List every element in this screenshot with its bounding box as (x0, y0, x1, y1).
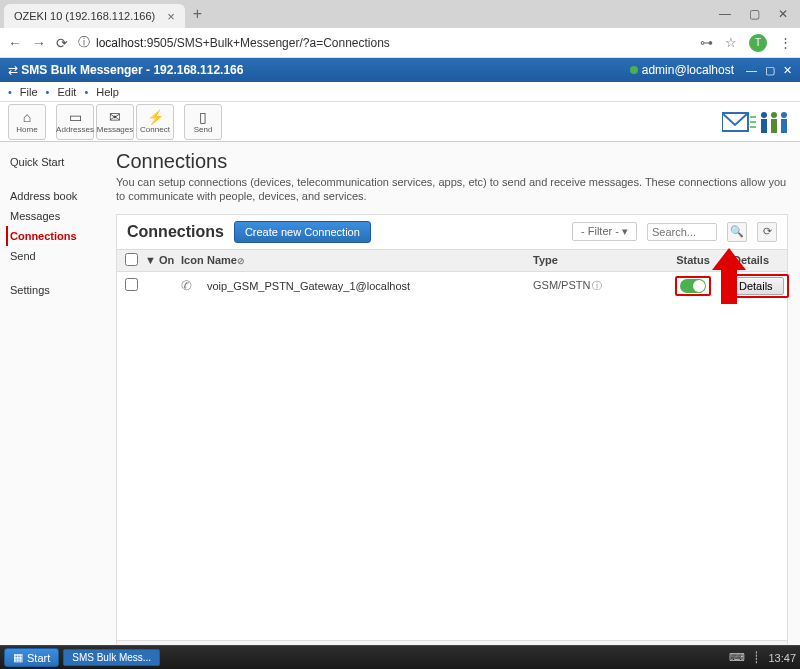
star-icon[interactable]: ☆ (725, 35, 737, 50)
app-maximize-icon[interactable]: ▢ (765, 64, 775, 77)
app-logo (722, 107, 792, 137)
sidebar-item-connections[interactable]: Connections (6, 226, 106, 246)
messages-icon: ✉ (109, 109, 121, 125)
connections-panel: Connections Create new Connection - Filt… (116, 214, 788, 645)
sidebar-item-send[interactable]: Send (6, 246, 106, 266)
new-tab-button[interactable]: + (193, 5, 202, 23)
sidebar-item-quickstart[interactable]: Quick Start (6, 152, 106, 172)
page-description: You can setup connections (devices, tele… (116, 175, 788, 204)
table-row[interactable]: ✆ voip_GSM_PSTN_Gateway_1@localhost GSM/… (117, 272, 787, 300)
reload-button[interactable]: ⟳ (56, 35, 68, 51)
info-icon: ⓘ (78, 34, 90, 51)
status-toggle[interactable] (680, 279, 706, 293)
send-button[interactable]: ▯Send (184, 104, 222, 140)
table-header: ▼ On Icon Name⊘ Type Status Details (117, 249, 787, 272)
taskbar-app-button[interactable]: SMS Bulk Mess... (63, 649, 160, 666)
close-tab-icon[interactable]: × (167, 9, 175, 24)
window-close-icon[interactable]: ✕ (778, 7, 788, 21)
start-icon: ▦ (13, 651, 23, 664)
connect-icon: ⚡ (147, 109, 164, 125)
app-header: ⇄ SMS Bulk Messenger - 192.168.112.166 a… (0, 58, 800, 82)
col-name[interactable]: Name⊘ (207, 254, 533, 266)
window-minimize-icon[interactable]: — (719, 7, 731, 21)
search-icon[interactable]: 🔍 (727, 222, 747, 242)
svg-point-5 (781, 112, 787, 118)
user-indicator[interactable]: admin@localhost (630, 63, 734, 77)
svg-point-3 (771, 112, 777, 118)
taskbar: ▦Start SMS Bulk Mess... ⌨ ┊ 13:47 (0, 645, 800, 669)
col-icon[interactable]: Icon (181, 254, 207, 266)
col-on[interactable]: On (159, 254, 181, 266)
user-label: admin@localhost (642, 63, 734, 77)
help-icon[interactable]: ⓘ (592, 280, 602, 291)
tray-keyboard-icon[interactable]: ⌨ (729, 651, 745, 664)
svg-point-1 (761, 112, 767, 118)
back-button[interactable]: ← (8, 35, 22, 51)
app-icon: ⇄ (8, 63, 18, 77)
window-maximize-icon[interactable]: ▢ (749, 7, 760, 21)
toolbar: ⌂Home ▭Addresses ✉Messages ⚡Connect ▯Sen… (0, 102, 800, 142)
page-title: Connections (116, 150, 788, 173)
menu-edit[interactable]: Edit (53, 86, 80, 98)
svg-rect-6 (781, 119, 787, 133)
select-all-checkbox[interactable] (125, 253, 138, 266)
start-button[interactable]: ▦Start (4, 648, 59, 667)
home-button[interactable]: ⌂Home (8, 104, 46, 140)
key-icon[interactable]: ⊶ (700, 35, 713, 50)
send-icon: ▯ (199, 109, 207, 125)
col-type[interactable]: Type (533, 254, 663, 266)
app-close-icon[interactable]: ✕ (783, 64, 792, 77)
sort-indicator-icon: ⊘ (237, 256, 245, 266)
filter-dropdown[interactable]: - Filter - ▾ (572, 222, 637, 241)
panel-title: Connections (127, 223, 224, 241)
browser-tab[interactable]: OZEKI 10 (192.168.112.166) × (4, 4, 185, 28)
app-minimize-icon[interactable]: — (746, 64, 757, 77)
sidebar: Quick Start Address book Messages Connec… (0, 142, 112, 645)
menu-file[interactable]: File (16, 86, 42, 98)
empty-area (117, 300, 787, 640)
phone-icon: ✆ (181, 278, 192, 293)
profile-avatar[interactable]: T (749, 34, 767, 52)
menu-help[interactable]: Help (92, 86, 123, 98)
search-input[interactable] (647, 223, 717, 241)
sort-icon[interactable]: ▼ (145, 254, 159, 266)
forward-button[interactable]: → (32, 35, 46, 51)
clock[interactable]: 13:47 (768, 652, 796, 664)
menubar: •File •Edit •Help (0, 82, 800, 102)
row-checkbox[interactable] (125, 278, 138, 291)
messages-button[interactable]: ✉Messages (96, 104, 134, 140)
refresh-icon[interactable]: ⟳ (757, 222, 777, 242)
menu-icon[interactable]: ⋮ (779, 35, 792, 50)
browser-address-bar: ← → ⟳ ⓘ localhost:9505/SMS+Bulk+Messenge… (0, 28, 800, 58)
tab-title: OZEKI 10 (192.168.112.166) (14, 10, 155, 22)
status-highlight (675, 276, 711, 296)
row-name: voip_GSM_PSTN_Gateway_1@localhost (207, 280, 533, 292)
connect-button[interactable]: ⚡Connect (136, 104, 174, 140)
svg-rect-4 (771, 119, 777, 133)
sidebar-item-messages[interactable]: Messages (6, 206, 106, 226)
annotation-arrow-icon (712, 248, 746, 304)
tray-separator: ┊ (753, 651, 760, 664)
online-indicator-icon (630, 66, 638, 74)
content: Connections You can setup connections (d… (112, 142, 800, 645)
addresses-icon: ▭ (69, 109, 82, 125)
svg-rect-2 (761, 119, 767, 133)
url-input[interactable]: ⓘ localhost:9505/SMS+Bulk+Messenger/?a=C… (78, 34, 690, 51)
row-type: GSM/PSTN (533, 279, 590, 291)
addresses-button[interactable]: ▭Addresses (56, 104, 94, 140)
home-icon: ⌂ (23, 109, 31, 125)
sidebar-item-addressbook[interactable]: Address book (6, 186, 106, 206)
app-title: SMS Bulk Messenger - 192.168.112.166 (21, 63, 243, 77)
sidebar-item-settings[interactable]: Settings (6, 280, 106, 300)
create-connection-button[interactable]: Create new Connection (234, 221, 371, 243)
browser-titlebar: OZEKI 10 (192.168.112.166) × + — ▢ ✕ (0, 0, 800, 28)
